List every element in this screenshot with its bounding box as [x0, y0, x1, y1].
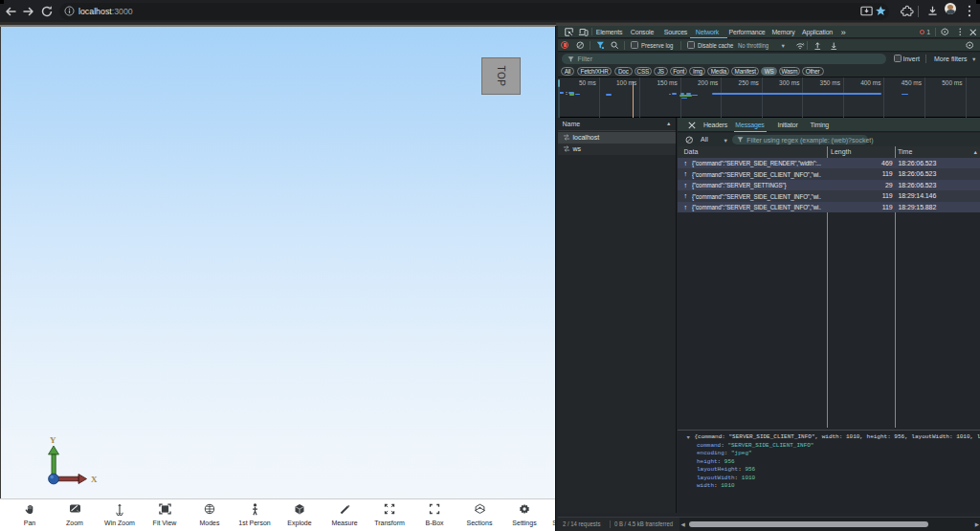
- svg-text:X: X: [91, 475, 98, 484]
- svg-text:Y: Y: [50, 435, 56, 445]
